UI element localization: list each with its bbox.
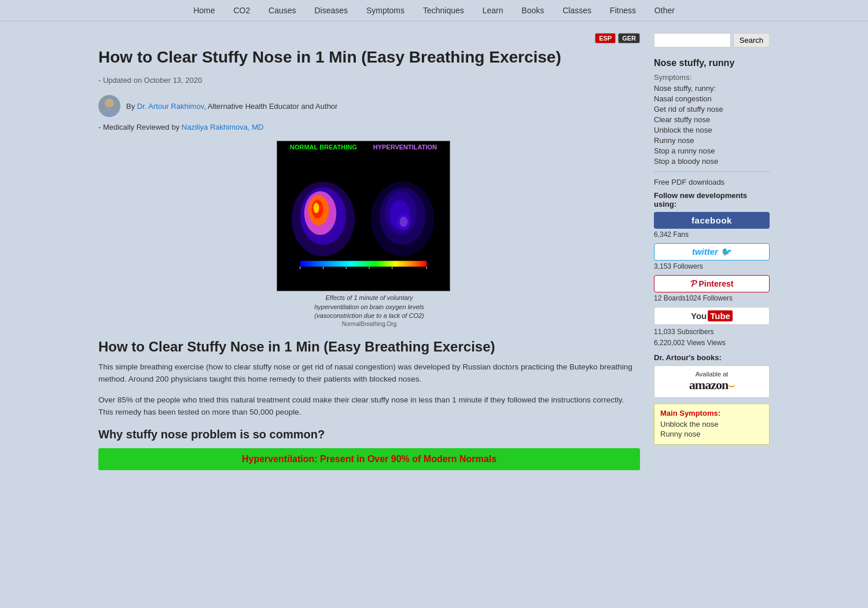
- main-symptom-1: Runny nose: [660, 430, 763, 438]
- sidebar-column: Search Nose stuffy, runny Symptoms: Nose…: [654, 33, 770, 470]
- green-banner: Hyperventilation: Present in Over 90% of…: [98, 448, 640, 470]
- hyperventilation-label: HYPERVENTILATION: [373, 144, 437, 151]
- body-text-2: Over 85% of the people who tried this na…: [98, 394, 640, 419]
- sidebar-heading: Nose stuffy, runny: [654, 58, 770, 68]
- sub-title: Why stuffy nose problem is so common?: [98, 428, 640, 441]
- brain-scan-svg: [277, 153, 450, 291]
- brain-scan-header: NORMAL BREATHING HYPERVENTILATION: [277, 141, 450, 153]
- youtube-views: 6,220,002 Views: [654, 339, 705, 347]
- pinterest-block: 𝓟 Pinterest 12 Boards1024 Followers: [654, 275, 770, 302]
- sidebar-link-1[interactable]: Nasal congestion: [654, 94, 770, 103]
- pinterest-stats: 12 Boards1024 Followers: [654, 294, 770, 302]
- reviewed-prefix: - Medically Reviewed by: [98, 123, 182, 131]
- svg-rect-16: [300, 261, 427, 267]
- author-text: By Dr. Artour Rakhimov, Alternative Heal…: [126, 102, 337, 111]
- search-input[interactable]: [654, 33, 731, 47]
- sidebar-link-6[interactable]: Stop a runny nose: [654, 146, 770, 155]
- twitter-bird-icon: 🐦: [720, 247, 731, 257]
- books-label: Dr. Artour's books:: [654, 353, 770, 362]
- nav-causes[interactable]: Causes: [269, 6, 296, 15]
- amazon-button[interactable]: Available at amazon⌣: [654, 365, 770, 398]
- nav-classes[interactable]: Classes: [562, 6, 591, 15]
- twitter-label: twitter: [692, 247, 718, 257]
- reviewer-link[interactable]: Naziliya Rakhimova, MD: [182, 123, 264, 131]
- normal-breathing-label: NORMAL BREATHING: [290, 144, 357, 151]
- brain-scan-wrapper: NORMAL BREATHING HYPERVENTILATION: [277, 141, 462, 327]
- nav-co2[interactable]: CO2: [233, 6, 250, 15]
- section2-title: How to Clear Stuffy Nose in 1 Min (Easy …: [98, 339, 640, 355]
- author-prefix: By: [126, 102, 137, 111]
- reviewed-text: - Medically Reviewed by Naziliya Rakhimo…: [98, 123, 640, 131]
- pinterest-p-icon: 𝓟: [690, 279, 697, 288]
- amazon-logo-text: amazon⌣: [659, 378, 764, 393]
- nav-fitness[interactable]: Fitness: [610, 6, 636, 15]
- sidebar-divider: [654, 171, 770, 172]
- twitter-block: twitter 🐦 3,153 Followers: [654, 243, 770, 270]
- pinterest-label: Pinterest: [698, 279, 733, 288]
- sidebar-search: Search: [654, 33, 770, 47]
- flag-ger[interactable]: GER: [618, 33, 640, 43]
- amazon-smile-icon: ⌣: [728, 380, 734, 391]
- nav-books[interactable]: Books: [521, 6, 544, 15]
- youtube-stats: 11,033 Subscribers 6,220,002 Views Views: [654, 327, 770, 349]
- main-symptoms-box: Main Symptoms: Unblock the nose Runny no…: [654, 404, 770, 445]
- youtube-subscribers: 11,033 Subscribers: [654, 328, 713, 336]
- brain-scan-caption: Effects of 1 minute of voluntaryhyperven…: [277, 294, 462, 320]
- body-text-1: This simple breathing exercise (how to c…: [98, 361, 640, 386]
- author-link[interactable]: Dr. Artour Rakhimov: [137, 102, 204, 111]
- flag-esp[interactable]: ESP: [595, 33, 616, 43]
- flag-row: ESP GER: [98, 33, 640, 43]
- nav-symptoms[interactable]: Symptoms: [366, 6, 404, 15]
- nav-home[interactable]: Home: [193, 6, 215, 15]
- svg-point-15: [400, 217, 408, 227]
- youtube-you: You: [691, 311, 707, 321]
- twitter-followers: 3,153 Followers: [654, 262, 770, 270]
- search-button[interactable]: Search: [733, 33, 770, 47]
- article-title: How to Clear Stuffy Nose in 1 Min (Easy …: [98, 47, 640, 68]
- symptoms-label: Symptoms:: [654, 73, 770, 82]
- sidebar-link-5[interactable]: Runny nose: [654, 136, 770, 145]
- author-row: By Dr. Artour Rakhimov, Alternative Heal…: [98, 95, 640, 117]
- youtube-button[interactable]: YouTube: [654, 307, 770, 325]
- author-avatar: [98, 95, 120, 117]
- youtube-tube: Tube: [708, 310, 733, 321]
- facebook-block: facebook 6,342 Fans: [654, 212, 770, 239]
- sidebar-link-0[interactable]: Nose stuffy, runny:: [654, 84, 770, 93]
- brain-scan-image: NORMAL BREATHING HYPERVENTILATION: [277, 141, 450, 291]
- content-column: ESP GER How to Clear Stuffy Nose in 1 Mi…: [98, 33, 640, 470]
- sidebar-link-3[interactable]: Clear stuffy nose: [654, 115, 770, 124]
- pdf-downloads: Free PDF downloads: [654, 178, 770, 186]
- sidebar-link-7[interactable]: Stop a bloody nose: [654, 157, 770, 166]
- follow-label: Follow new developments using:: [654, 191, 770, 208]
- youtube-block: YouTube 11,033 Subscribers 6,220,002 Vie…: [654, 307, 770, 349]
- amazon-available-label: Available at: [659, 371, 764, 378]
- sidebar-link-4[interactable]: Unblock the nose: [654, 126, 770, 134]
- svg-point-2: [105, 99, 113, 107]
- facebook-button[interactable]: facebook: [654, 212, 770, 229]
- brain-scan-source: NormalBreathing.Org: [277, 321, 462, 327]
- top-navigation: Home CO2 Causes Diseases Symptoms Techni…: [0, 0, 868, 21]
- nav-diseases[interactable]: Diseases: [314, 6, 348, 15]
- svg-point-9: [314, 203, 319, 214]
- nav-techniques[interactable]: Techniques: [423, 6, 464, 15]
- twitter-button[interactable]: twitter 🐦: [654, 243, 770, 261]
- pinterest-button[interactable]: 𝓟 Pinterest: [654, 275, 770, 292]
- facebook-fans: 6,342 Fans: [654, 230, 770, 239]
- youtube-inner: YouTube: [691, 310, 733, 321]
- nav-other[interactable]: Other: [654, 6, 675, 15]
- sidebar-link-2[interactable]: Get rid of stuffy nose: [654, 105, 770, 113]
- updated-date: - Updated on October 13, 2020: [98, 76, 640, 85]
- main-symptoms-title: Main Symptoms:: [660, 409, 763, 417]
- main-symptom-0: Unblock the nose: [660, 420, 763, 428]
- nav-learn[interactable]: Learn: [483, 6, 503, 15]
- author-suffix: , Alternative Health Educator and Author: [204, 102, 337, 111]
